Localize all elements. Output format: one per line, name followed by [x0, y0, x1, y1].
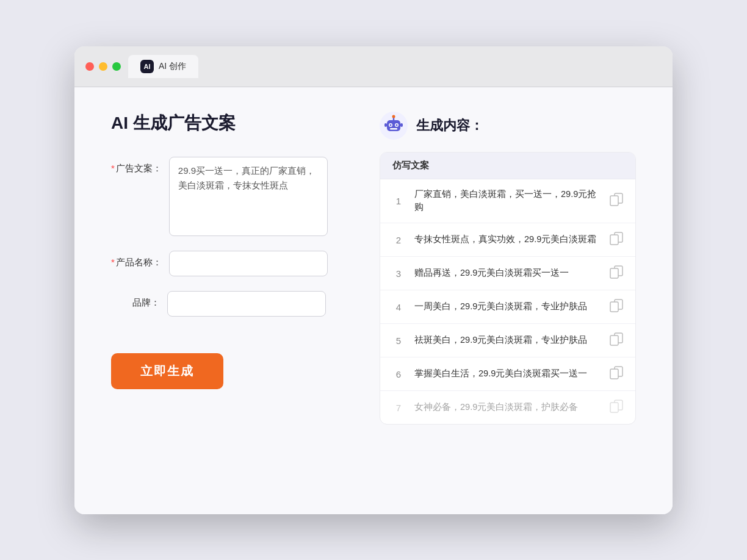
ad-copy-label: *广告文案： — [111, 157, 162, 174]
copy-icon[interactable] — [610, 400, 623, 415]
svg-point-5 — [396, 124, 398, 126]
svg-rect-22 — [610, 369, 618, 379]
result-rows-container: 1厂家直销，美白淡斑霜，买一送一，29.9元抢购 2专抹女性斑点，真实功效，29… — [380, 179, 635, 425]
svg-rect-14 — [610, 235, 618, 245]
row-text: 祛斑美白，29.9元美白淡斑霜，专业护肤品 — [414, 334, 600, 347]
browser-titlebar: AI AI 创作 — [74, 46, 673, 87]
main-layout: AI 生成广告文案 *广告文案： 29.9买一送一，真正的厂家直销，美白淡斑霜，… — [111, 112, 636, 425]
row-text: 女神必备，29.9元美白淡斑霜，护肤必备 — [414, 401, 600, 414]
copy-icon[interactable] — [610, 193, 623, 209]
table-row: 1厂家直销，美白淡斑霜，买一送一，29.9元抢购 — [380, 179, 635, 224]
table-row: 6掌握美白生活，29.9元美白淡斑霜买一送一 — [380, 357, 635, 391]
row-number: 5 — [392, 336, 405, 346]
product-name-required-star: * — [111, 257, 115, 267]
row-number: 7 — [392, 403, 405, 413]
svg-rect-18 — [610, 302, 618, 312]
row-number: 3 — [392, 268, 405, 279]
copy-icon[interactable] — [610, 265, 623, 281]
tab-label: AI 创作 — [159, 61, 186, 72]
robot-icon — [380, 112, 408, 140]
product-name-group: *产品名称： 美白淡斑霜 — [111, 251, 343, 276]
table-row: 2专抹女性斑点，真实功效，29.9元美白淡斑霜 — [380, 223, 635, 257]
brand-input[interactable]: 好白 — [167, 291, 326, 317]
table-row: 7女神必备，29.9元美白淡斑霜，护肤必备 — [380, 391, 635, 424]
copy-icon[interactable] — [610, 299, 623, 315]
svg-rect-20 — [610, 336, 618, 345]
product-name-label: *产品名称： — [111, 251, 162, 268]
traffic-lights — [85, 62, 121, 71]
ai-tab-icon: AI — [140, 60, 154, 73]
page-title: AI 生成广告文案 — [111, 112, 343, 135]
brand-group: 品牌： 好白 — [111, 291, 343, 317]
svg-rect-6 — [390, 128, 397, 130]
row-text: 专抹女性斑点，真实功效，29.9元美白淡斑霜 — [414, 233, 600, 246]
svg-point-8 — [392, 115, 395, 118]
table-row: 3赠品再送，29.9元美白淡斑霜买一送一 — [380, 257, 635, 290]
copy-icon[interactable] — [610, 366, 623, 382]
traffic-light-close[interactable] — [85, 62, 94, 71]
svg-point-4 — [390, 124, 392, 126]
copy-icon[interactable] — [610, 232, 623, 248]
svg-rect-9 — [384, 123, 387, 127]
svg-rect-12 — [610, 196, 618, 206]
result-header: 生成内容： — [380, 112, 636, 140]
row-number: 4 — [392, 302, 405, 312]
svg-rect-24 — [610, 403, 618, 412]
row-number: 1 — [392, 196, 405, 206]
row-text: 掌握美白生活，29.9元美白淡斑霜买一送一 — [414, 367, 600, 381]
ad-copy-required-star: * — [111, 163, 115, 173]
svg-rect-16 — [610, 268, 618, 278]
row-number: 6 — [392, 369, 405, 379]
traffic-light-minimize[interactable] — [99, 62, 107, 71]
browser-content: AI 生成广告文案 *广告文案： 29.9买一送一，真正的厂家直销，美白淡斑霜，… — [74, 87, 673, 514]
result-table: 仿写文案 1厂家直销，美白淡斑霜，买一送一，29.9元抢购 2专抹女性斑点，真实… — [380, 152, 636, 425]
right-panel: 生成内容： 仿写文案 1厂家直销，美白淡斑霜，买一送一，29.9元抢购 2专抹女… — [380, 112, 636, 425]
row-text: 厂家直销，美白淡斑霜，买一送一，29.9元抢购 — [414, 188, 600, 215]
browser-tab[interactable]: AI AI 创作 — [128, 55, 198, 78]
traffic-light-maximize[interactable] — [112, 62, 121, 71]
svg-rect-10 — [400, 123, 403, 127]
brand-label: 品牌： — [111, 291, 160, 309]
generate-button[interactable]: 立即生成 — [111, 353, 223, 389]
copy-icon[interactable] — [610, 332, 623, 348]
row-text: 一周美白，29.9元美白淡斑霜，专业护肤品 — [414, 300, 600, 314]
ad-copy-textarea[interactable]: 29.9买一送一，真正的厂家直销，美白淡斑霜，专抹女性斑点 — [169, 157, 328, 236]
row-number: 2 — [392, 235, 405, 245]
table-row: 5祛斑美白，29.9元美白淡斑霜，专业护肤品 — [380, 324, 635, 357]
left-panel: AI 生成广告文案 *广告文案： 29.9买一送一，真正的厂家直销，美白淡斑霜，… — [111, 112, 343, 425]
result-title: 生成内容： — [416, 117, 483, 135]
browser-window: AI AI 创作 AI 生成广告文案 *广告文案： 29.9买一送一，真正的厂家… — [74, 46, 673, 514]
result-table-header: 仿写文案 — [380, 153, 635, 179]
row-text: 赠品再送，29.9元美白淡斑霜买一送一 — [414, 267, 600, 280]
ad-copy-group: *广告文案： 29.9买一送一，真正的厂家直销，美白淡斑霜，专抹女性斑点 — [111, 157, 343, 236]
product-name-input[interactable]: 美白淡斑霜 — [169, 251, 328, 276]
table-row: 4一周美白，29.9元美白淡斑霜，专业护肤品 — [380, 290, 635, 324]
